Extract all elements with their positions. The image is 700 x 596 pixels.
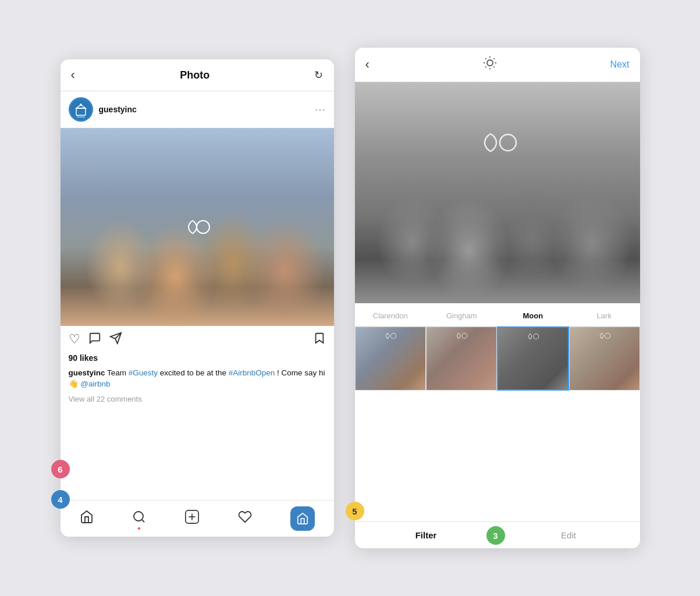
annotation-badge-4: 4 <box>51 490 70 509</box>
back-button[interactable]: ‹ <box>71 68 75 83</box>
nav-heart[interactable] <box>238 510 252 527</box>
thumb-logo-4 <box>596 332 613 342</box>
caption-row: guestyinc Team #Guesty excited to be at … <box>61 366 334 392</box>
filter-thumb-clarendon[interactable] <box>355 327 426 391</box>
svg-line-19 <box>485 66 486 67</box>
svg-point-4 <box>197 221 209 233</box>
brightness-icon[interactable] <box>483 56 497 73</box>
filter-labels: Clarendon Gingham Moon Lark <box>355 303 640 327</box>
filter-lark[interactable]: Lark <box>568 309 640 322</box>
likes-count: 90 likes <box>69 353 98 363</box>
annotation-badge-6: 6 <box>51 460 70 478</box>
post-username[interactable]: guestyinc <box>99 105 315 114</box>
bottom-nav <box>61 500 334 537</box>
caption-mention[interactable]: @airbnb <box>80 379 110 388</box>
post-user-row: Guesty guestyinc ··· <box>61 91 334 128</box>
svg-point-7 <box>134 512 143 521</box>
svg-point-2 <box>80 104 82 106</box>
filter-clarendon[interactable]: Clarendon <box>355 309 427 322</box>
avatar[interactable]: Guesty <box>69 97 93 122</box>
annotation-badge-5: 5 <box>346 502 364 520</box>
svg-point-24 <box>533 334 538 339</box>
filter-tab-filter[interactable]: Filter <box>355 522 498 548</box>
post-image <box>61 128 334 326</box>
filter-thumb-gingham[interactable] <box>426 327 497 391</box>
filter-gingham[interactable]: Gingham <box>426 309 498 322</box>
svg-line-8 <box>141 520 144 522</box>
caption-username[interactable]: guestyinc <box>69 368 105 377</box>
post-header: ‹ Photo ↻ <box>61 59 334 91</box>
more-options-button[interactable]: ··· <box>315 104 325 116</box>
filter-airbnb-logo <box>474 131 521 158</box>
annotation-badge-3: 3 <box>486 526 505 545</box>
caption-hashtag-1[interactable]: #Guesty <box>129 368 158 377</box>
svg-line-15 <box>485 58 486 59</box>
post-actions: ♡ <box>61 326 334 352</box>
filter-moon[interactable]: Moon <box>498 309 569 322</box>
svg-point-22 <box>390 333 396 338</box>
comment-button[interactable] <box>88 332 101 348</box>
bookmark-button[interactable] <box>313 332 326 348</box>
thumb-logo-3 <box>525 332 541 342</box>
nav-profile[interactable] <box>290 506 315 531</box>
thumb-logo-2 <box>453 332 470 342</box>
share-button[interactable] <box>109 332 122 348</box>
filter-header: ‹ Next <box>355 48 640 82</box>
filter-thumbnails <box>355 327 640 391</box>
svg-line-16 <box>493 66 494 67</box>
caption-text-1: Team <box>107 368 129 377</box>
svg-point-12 <box>487 60 493 66</box>
svg-point-21 <box>500 134 516 151</box>
nav-search[interactable] <box>132 510 146 527</box>
thumb-logo-1 <box>382 332 399 342</box>
likes-row: 90 likes <box>61 352 334 366</box>
svg-line-20 <box>493 58 494 59</box>
svg-point-23 <box>461 333 467 338</box>
caption-text-2: excited to be at the <box>160 368 229 377</box>
svg-point-25 <box>605 333 610 338</box>
airbnb-logo <box>180 218 215 236</box>
filter-tab-edit[interactable]: Edit <box>498 522 640 548</box>
nav-home[interactable] <box>80 510 94 527</box>
nav-add[interactable] <box>184 509 200 528</box>
left-phone: ‹ Photo ↻ Guesty guestyinc ··· <box>61 59 334 537</box>
page-title: Photo <box>180 69 209 81</box>
filter-back-button[interactable]: ‹ <box>365 57 369 72</box>
right-phone: ‹ Next <box>355 48 640 548</box>
view-comments-link[interactable]: View all 22 comments <box>61 392 334 406</box>
like-button[interactable]: ♡ <box>69 332 80 348</box>
next-button[interactable]: Next <box>610 59 630 70</box>
caption-hashtag-2[interactable]: #AirbnbOpen <box>229 368 275 377</box>
filter-photo <box>355 82 640 303</box>
filter-thumb-moon[interactable] <box>497 327 569 391</box>
refresh-button[interactable]: ↻ <box>314 69 323 81</box>
filter-thumb-lark[interactable] <box>569 327 640 391</box>
svg-text:Guesty: Guesty <box>77 115 85 118</box>
